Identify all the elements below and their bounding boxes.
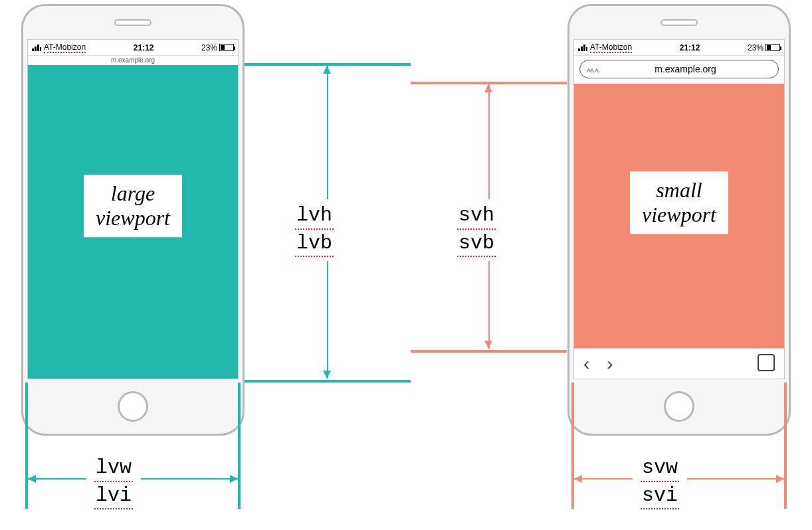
phone-screen-right: AT-Mobizon 21:12 23% AAA m.example.org s… [573,39,785,379]
phone-screen-left: AT-Mobizon 21:12 23% m.example.org large… [27,39,239,379]
phone-large-viewport: AT-Mobizon 21:12 23% m.example.org large… [21,4,245,436]
vp-label-line1: large [111,182,155,206]
back-icon[interactable]: ‹ [583,355,589,373]
vp-label-line1: small [656,178,702,202]
clock: 21:12 [680,43,700,52]
collapsed-url: m.example.org [28,56,238,65]
carrier-label: AT-Mobizon [44,43,86,53]
lvh-bottom-extent [245,380,411,383]
nav-buttons: ‹ › [583,355,613,373]
battery-icon [765,44,780,51]
svw-right-extent [784,383,787,509]
svh-arrow-up-icon [484,84,492,92]
large-viewport-label: large viewport [84,175,182,238]
lvh-units: lvh lvb [290,199,339,261]
status-left: AT-Mobizon [578,43,632,53]
phone-speaker [114,19,152,26]
status-left: AT-Mobizon [32,43,86,53]
home-button[interactable] [118,391,148,422]
text-size-icon[interactable]: AAA [587,64,599,74]
tabs-icon[interactable] [760,357,775,371]
svh-units: svh svb [452,199,501,261]
status-right: 23% [748,43,780,52]
svw-arrow-right-icon [776,475,784,483]
lvw-left-extent [25,383,28,509]
lvw-arrow-right-icon [230,475,238,483]
svw-arrow-left-icon [574,475,582,483]
battery-percent: 23% [748,43,763,52]
home-button[interactable] [664,391,694,422]
vp-label-line2: viewport [96,206,170,230]
browser-toolbar: ‹ › [574,348,784,379]
svh-arrow-down-icon [484,341,492,349]
status-bar: AT-Mobizon 21:12 23% [574,40,784,56]
forward-icon[interactable]: › [607,355,613,373]
svh-bottom-extent [411,350,567,353]
signal-icon [32,44,41,51]
battery-percent: 23% [201,43,217,52]
small-viewport-label: small viewport [630,171,728,234]
lvw-arrow-left-icon [28,475,36,483]
status-right: 23% [201,43,234,52]
svw-left-extent [571,383,574,509]
lvh-arrow-down-icon [323,371,331,379]
phone-small-viewport: AT-Mobizon 21:12 23% AAA m.example.org s… [567,4,791,436]
address-url: m.example.org [599,64,771,74]
clock: 21:12 [134,43,154,52]
address-bar[interactable]: AAA m.example.org [579,60,779,78]
lvh-arrow-up-icon [323,66,331,74]
svw-units: svw svi [633,453,687,512]
small-viewport-area: small viewport [574,84,784,348]
status-bar: AT-Mobizon 21:12 23% [28,40,238,56]
lvw-units: lvw lvi [86,453,141,512]
lvw-right-extent [238,383,241,509]
carrier-label: AT-Mobizon [590,43,632,53]
large-viewport-area: large viewport [28,65,238,379]
signal-icon [578,44,587,51]
battery-icon [219,44,234,51]
phone-speaker [660,19,698,26]
vp-label-line2: viewport [642,203,716,226]
